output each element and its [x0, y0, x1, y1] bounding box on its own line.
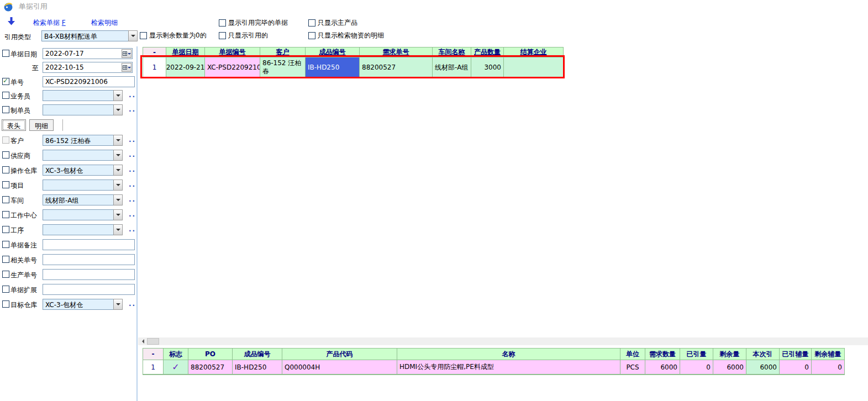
tab-header[interactable]: 表头: [2, 119, 26, 131]
project-dropdown-arrow-icon[interactable]: [113, 180, 123, 191]
scrollbar-thumb[interactable]: [147, 338, 159, 345]
column-header-6[interactable]: 车间名称: [433, 48, 471, 57]
column-header-6[interactable]: 单位: [620, 349, 645, 360]
main-table-row-0[interactable]: 12022-09-21XC-PSD22092100686-152 汪柏春IB-H…: [143, 57, 563, 78]
related-no-input[interactable]: [43, 254, 135, 265]
main-table-cell-0-5[interactable]: 88200527: [360, 57, 433, 78]
main-table-cell-0-0[interactable]: 1: [143, 57, 166, 78]
doc-date-from-picker-button[interactable]: [122, 49, 131, 58]
project-browse-button[interactable]: ..: [129, 181, 136, 188]
column-header-10[interactable]: 本次引: [746, 349, 780, 360]
salesman-dropdown-arrow-icon[interactable]: [113, 90, 123, 101]
work-center-browse-button[interactable]: ..: [129, 210, 136, 218]
detail-table-cell-0-4[interactable]: Q000004H: [282, 360, 397, 374]
workshop-value[interactable]: 线材部-A组: [43, 194, 113, 205]
doc-no-checkbox[interactable]: [2, 78, 9, 85]
project-value[interactable]: [43, 180, 113, 191]
checkbox-icon[interactable]: [308, 19, 315, 27]
main-table-cell-0-7[interactable]: 3000: [471, 57, 504, 78]
checkbox-icon[interactable]: [219, 19, 226, 27]
column-header-1[interactable]: 标志: [164, 349, 188, 360]
toolbar-checkbox-4[interactable]: 只显示检索物资的明细: [308, 31, 384, 40]
preparer-combo[interactable]: [43, 104, 123, 115]
column-header-4[interactable]: 成品编号: [306, 48, 360, 57]
main-table-cell-0-3[interactable]: 86-152 汪柏春: [260, 57, 306, 78]
doc-date-from-input[interactable]: 2022-07-17: [43, 48, 133, 59]
checkbox-icon[interactable]: [219, 32, 226, 39]
customer-combo[interactable]: 86-152 汪柏春: [43, 135, 123, 146]
detail-table-cell-0-0[interactable]: 1: [143, 360, 164, 374]
supplier-dropdown-arrow-icon[interactable]: [113, 150, 123, 161]
scroll-left-button[interactable]: [138, 337, 147, 345]
supplier-checkbox[interactable]: [2, 151, 9, 159]
production-no-checkbox[interactable]: [2, 271, 9, 278]
customer-browse-button[interactable]: ..: [129, 136, 136, 144]
column-header-7[interactable]: 产品数量: [471, 48, 504, 57]
column-header-0[interactable]: -: [143, 48, 166, 57]
column-header-3[interactable]: 成品编号: [233, 349, 282, 360]
workshop-dropdown-arrow-icon[interactable]: [113, 194, 123, 205]
column-header-3[interactable]: 客户: [260, 48, 306, 57]
column-header-2[interactable]: 单据编号: [205, 48, 260, 57]
ref-type-dropdown-arrow-icon[interactable]: [128, 30, 138, 41]
salesman-combo[interactable]: [43, 90, 123, 101]
column-header-1[interactable]: 单据日期: [166, 48, 205, 57]
related-no-checkbox[interactable]: [2, 256, 9, 263]
salesman-value[interactable]: [43, 90, 113, 101]
main-table-cell-0-4[interactable]: IB-HD250: [306, 57, 360, 78]
doc-date-from-checkbox[interactable]: [2, 50, 9, 57]
detail-table-cell-0-8[interactable]: 0: [680, 360, 713, 374]
search-doc-link[interactable]: 检索单据 F: [33, 18, 66, 28]
doc-no-input[interactable]: XC-PSD220921006: [43, 76, 135, 87]
main-table-cell-0-1[interactable]: 2022-09-21: [166, 57, 205, 78]
work-center-value[interactable]: [43, 209, 113, 220]
column-header-5[interactable]: 需求单号: [360, 48, 433, 57]
process-dropdown-arrow-icon[interactable]: [113, 224, 123, 235]
ref-type-value[interactable]: B4-XB材料配送单: [41, 30, 128, 41]
workshop-combo[interactable]: 线材部-A组: [43, 194, 123, 205]
doc-remark-input[interactable]: [43, 239, 135, 250]
preparer-browse-button[interactable]: ..: [129, 105, 136, 113]
doc-remark-checkbox[interactable]: [2, 241, 9, 248]
main-table-cell-0-6[interactable]: 线材部-A组: [433, 57, 471, 78]
work-center-dropdown-arrow-icon[interactable]: [113, 209, 123, 220]
main-table-cell-0-8[interactable]: [504, 57, 563, 78]
detail-table-cell-0-7[interactable]: 6000: [645, 360, 680, 374]
detail-table-cell-0-2[interactable]: 88200527: [188, 360, 233, 374]
detail-table-cell-0-5[interactable]: HDMI公头专用防尘帽,PE料成型: [397, 360, 620, 374]
process-value[interactable]: [43, 224, 113, 235]
supplier-browse-button[interactable]: ..: [129, 151, 136, 159]
detail-table-cell-0-9[interactable]: 6000: [713, 360, 746, 374]
panel-divider[interactable]: [136, 46, 138, 401]
checkbox-icon[interactable]: [140, 32, 147, 39]
supplier-combo[interactable]: [43, 150, 123, 161]
customer-checkbox[interactable]: [2, 136, 9, 144]
detail-table-cell-0-3[interactable]: IB-HD250: [233, 360, 282, 374]
process-checkbox[interactable]: [2, 226, 9, 233]
column-header-4[interactable]: 产品代码: [282, 349, 397, 360]
doc-date-to-input[interactable]: 2022-10-15: [43, 62, 133, 73]
production-no-input[interactable]: [43, 269, 135, 280]
column-header-2[interactable]: PO: [188, 349, 233, 360]
tab-detail[interactable]: 明细: [29, 119, 54, 131]
customer-value[interactable]: 86-152 汪柏春: [43, 135, 113, 146]
op-warehouse-value[interactable]: XC-3-包材仓: [43, 165, 113, 176]
preparer-value[interactable]: [43, 104, 113, 115]
detail-horizontal-scrollbar[interactable]: [138, 337, 868, 345]
detail-table-cell-0-10[interactable]: 6000: [746, 360, 780, 374]
detail-table-cell-0-12[interactable]: 0: [812, 360, 844, 374]
preparer-dropdown-arrow-icon[interactable]: [113, 104, 123, 115]
process-browse-button[interactable]: ..: [129, 225, 136, 233]
preparer-checkbox[interactable]: [2, 106, 9, 113]
jump-down-button[interactable]: [8, 17, 17, 27]
detail-table-cell-0-6[interactable]: PCS: [620, 360, 645, 374]
column-header-0[interactable]: -: [143, 349, 164, 360]
op-warehouse-checkbox[interactable]: [2, 166, 9, 173]
op-warehouse-combo[interactable]: XC-3-包材仓: [43, 165, 123, 176]
project-combo[interactable]: [43, 180, 123, 191]
search-detail-link[interactable]: 检索明细: [91, 18, 118, 28]
target-warehouse-checkbox[interactable]: [2, 300, 9, 308]
supplier-value[interactable]: [43, 150, 113, 161]
toolbar-checkbox-0[interactable]: 显示引用完毕的单据: [219, 18, 288, 28]
project-checkbox[interactable]: [2, 181, 9, 188]
